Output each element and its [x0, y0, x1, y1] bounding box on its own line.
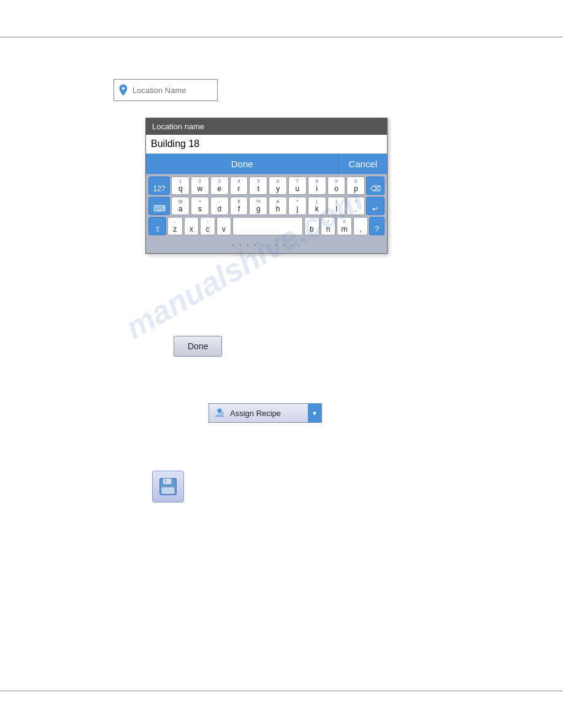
key-k[interactable]: (k [308, 197, 326, 215]
key-i[interactable]: 8i [308, 176, 326, 195]
keyboard-dialog: Location name Done Cancel 12? 1q 2w 3e 4… [145, 118, 388, 254]
key-j[interactable]: *j [288, 197, 307, 215]
floppy-disk-icon [158, 477, 178, 496]
location-pin-icon [117, 83, 130, 97]
key-e[interactable]: 3e [210, 176, 229, 195]
key-z[interactable]: -z [167, 217, 183, 235]
key-l[interactable]: )l [327, 197, 346, 215]
assign-recipe-icon [211, 404, 228, 422]
key-backspace[interactable]: ⌫ [366, 176, 385, 195]
keyboard-action-row: Done Cancel [146, 154, 387, 174]
key-q[interactable]: 1q [171, 176, 190, 195]
assign-recipe-label: Assign Recipe [230, 409, 308, 418]
key-comma[interactable]: , [353, 217, 369, 235]
key-a[interactable]: @a [171, 197, 190, 215]
keyboard-row-1: 12? 1q 2w 3e 4r 5t 6y 7u 8i 9o 0p ⌫ [148, 176, 385, 195]
svg-point-0 [217, 409, 221, 413]
keyboard-page-dots: · · · · · · · · · · [148, 237, 385, 251]
keyboard-row-3: ⇧ -z x :c v b /n #m , ? [148, 217, 385, 235]
assign-recipe-arrow[interactable]: ▼ [308, 404, 321, 422]
key-period[interactable]: !. [347, 197, 365, 215]
key-enter[interactable]: ↵ [366, 197, 385, 215]
keyboard-cancel-button[interactable]: Cancel [338, 154, 387, 174]
key-g[interactable]: %g [249, 197, 267, 215]
key-s[interactable]: +s [191, 197, 209, 215]
key-t[interactable]: 5t [249, 176, 267, 195]
key-d[interactable]: -d [210, 197, 229, 215]
key-keyboard[interactable]: ⌨ [148, 197, 170, 215]
location-name-field[interactable] [113, 79, 218, 101]
key-space[interactable] [232, 217, 303, 235]
key-question[interactable]: ? [369, 217, 385, 235]
keyboard-body: 12? 1q 2w 3e 4r 5t 6y 7u 8i 9o 0p ⌫ ⌨ @a… [146, 174, 387, 253]
key-u[interactable]: 7u [288, 176, 307, 195]
location-name-input[interactable] [132, 86, 215, 95]
key-y[interactable]: 6y [269, 176, 287, 195]
bottom-divider [0, 691, 563, 691]
key-shift[interactable]: ⇧ [148, 217, 166, 235]
key-m[interactable]: #m [337, 217, 352, 235]
key-p[interactable]: 0p [347, 176, 365, 195]
key-n[interactable]: /n [321, 217, 336, 235]
key-r[interactable]: 4r [230, 176, 248, 195]
save-button[interactable] [152, 471, 184, 502]
done-standalone-button[interactable]: Done [174, 336, 222, 357]
key-h[interactable]: &h [269, 197, 287, 215]
key-w[interactable]: 2w [191, 176, 209, 195]
key-v[interactable]: v [216, 217, 232, 235]
key-b[interactable]: b [304, 217, 320, 235]
keyboard-done-button[interactable]: Done [146, 154, 338, 174]
keyboard-dialog-title: Location name [146, 118, 387, 135]
keyboard-text-input[interactable] [146, 135, 387, 154]
key-o[interactable]: 9o [327, 176, 346, 195]
svg-rect-3 [165, 479, 167, 483]
key-c[interactable]: :c [200, 217, 215, 235]
keyboard-row-2: ⌨ @a +s -d $f %g &h *j (k )l !. ↵ [148, 197, 385, 215]
svg-rect-2 [163, 479, 171, 484]
assign-recipe-container[interactable]: Assign Recipe ▼ [209, 403, 322, 423]
svg-rect-4 [161, 487, 174, 494]
key-x[interactable]: x [184, 217, 199, 235]
key-f[interactable]: $f [230, 197, 248, 215]
key-12[interactable]: 12? [148, 176, 170, 195]
top-divider [0, 37, 563, 37]
